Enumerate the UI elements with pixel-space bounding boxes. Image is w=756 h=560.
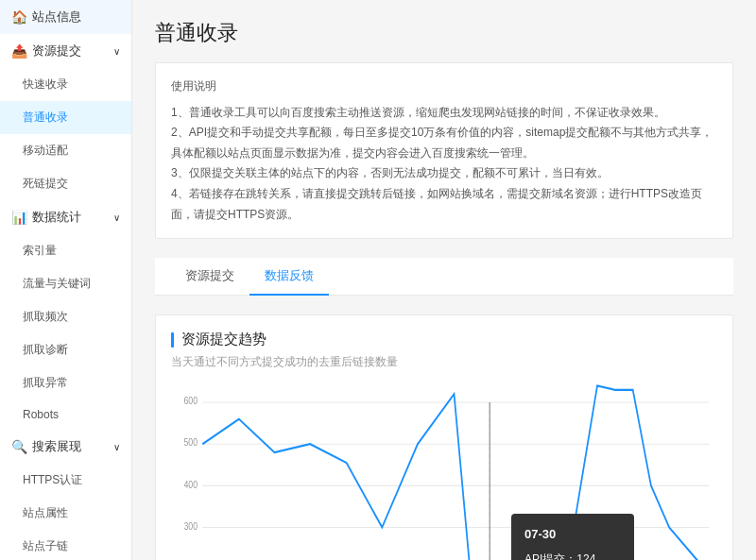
- chart-section: 资源提交趋势 当天通过不同方式提交成功的去重后链接数量 .grid-line {…: [155, 314, 733, 560]
- sidebar-item-crawl-freq[interactable]: 抓取频次: [0, 300, 131, 333]
- sidebar-item-site-subchain-label: 站点子链: [23, 538, 68, 554]
- line-chart: .grid-line { stroke: #e8e8e8; stroke-wid…: [171, 382, 717, 560]
- sidebar-item-site-attr-label: 站点属性: [23, 505, 68, 521]
- sidebar-group-search-display-label: 搜索展现: [32, 438, 81, 455]
- main-content-area: 普通收录 使用说明 1、普通收录工具可以向百度搜索主动推送资源，缩短爬虫发现网站…: [132, 0, 756, 560]
- main-scroll-area: 普通收录 使用说明 1、普通收录工具可以向百度搜索主动推送资源，缩短爬虫发现网站…: [132, 0, 756, 560]
- resource-icon: 📤: [11, 43, 26, 59]
- sidebar-group-resource[interactable]: 📤 资源提交 ∨: [0, 34, 131, 68]
- tab-resource-submit[interactable]: 资源提交: [170, 258, 249, 296]
- sidebar-item-crawl-anomaly[interactable]: 抓取异常: [0, 366, 131, 399]
- sidebar-item-mobile-adapt-label: 移动适配: [23, 143, 68, 159]
- sidebar-group-search-display[interactable]: 🔍 搜索展现 ∨: [0, 430, 131, 464]
- svg-text:300: 300: [183, 520, 198, 532]
- svg-text:600: 600: [183, 395, 198, 406]
- sidebar-item-crawl-diag[interactable]: 抓取诊断: [0, 333, 131, 366]
- sidebar-item-quick-submit-label: 快速收录: [23, 76, 68, 93]
- sidebar-item-crawl-freq-label: 抓取频次: [23, 309, 68, 325]
- chart-title: 资源提交趋势: [171, 331, 717, 348]
- sidebar-item-quick-submit[interactable]: 快速收录: [0, 68, 131, 101]
- stats-icon: 📊: [11, 210, 26, 225]
- usage-note-2: 2、API提交和手动提交共享配额，每日至多提交10万条有价值的内容，sitema…: [171, 123, 717, 163]
- sidebar-item-site-info[interactable]: 🏠 站点信息: [0, 0, 131, 34]
- svg-text:400: 400: [183, 479, 198, 490]
- chevron-down-icon-3: ∨: [113, 442, 120, 452]
- svg-text:500: 500: [183, 437, 198, 449]
- sidebar-item-mobile-adapt[interactable]: 移动适配: [0, 134, 131, 167]
- chart-subtitle: 当天通过不同方式提交成功的去重后链接数量: [171, 354, 717, 370]
- usage-note-3: 3、仅限提交关联主体的站点下的内容，否则无法成功提交，配额不可累计，当日有效。: [171, 163, 717, 184]
- sidebar-item-normal-submit[interactable]: 普通收录: [0, 101, 131, 134]
- sidebar-item-site-attr[interactable]: 站点属性: [0, 497, 131, 530]
- sidebar: 🏠 站点信息 📤 资源提交 ∨ 快速收录 普通收录 移动适配 死链提交 📊 数据…: [0, 0, 132, 560]
- chevron-down-icon-2: ∨: [113, 212, 120, 223]
- sidebar-item-normal-submit-label: 普通收录: [23, 110, 68, 126]
- usage-note-4: 4、若链接存在跳转关系，请直接提交跳转后链接，如网站换域名，需提交新域名资源；进…: [171, 184, 717, 225]
- page-title: 普通收录: [155, 19, 733, 47]
- tab-data-feedback[interactable]: 数据反馈: [249, 258, 329, 296]
- sidebar-item-index-label: 索引量: [23, 243, 57, 259]
- sidebar-item-site-info-label: 站点信息: [32, 8, 81, 25]
- sidebar-item-dead-link-label: 死链提交: [23, 176, 68, 192]
- usage-note-1: 1、普通收录工具可以向百度搜索主动推送资源，缩短爬虫发现网站链接的时间，不保证收…: [171, 103, 717, 124]
- sidebar-item-dead-link[interactable]: 死链提交: [0, 167, 131, 200]
- sidebar-item-traffic-label: 流量与关键词: [23, 276, 91, 292]
- sidebar-item-crawl-diag-label: 抓取诊断: [23, 342, 68, 358]
- chart-container: .grid-line { stroke: #e8e8e8; stroke-wid…: [171, 382, 717, 560]
- sidebar-item-robots-label: Robots: [23, 408, 59, 421]
- usage-note-title: 使用说明: [171, 76, 717, 97]
- chevron-down-icon: ∨: [113, 46, 120, 57]
- sidebar-item-https-cert-label: HTTPS认证: [23, 472, 82, 488]
- sidebar-item-https-cert[interactable]: HTTPS认证: [0, 464, 131, 497]
- search-display-icon: 🔍: [11, 439, 26, 454]
- sidebar-item-robots[interactable]: Robots: [0, 399, 131, 430]
- sidebar-item-site-subchain[interactable]: 站点子链: [0, 530, 131, 560]
- sidebar-group-resource-label: 资源提交: [32, 42, 81, 59]
- site-info-icon: 🏠: [11, 9, 26, 25]
- sidebar-item-crawl-anomaly-label: 抓取异常: [23, 375, 68, 391]
- sidebar-item-index-volume[interactable]: 索引量: [0, 234, 131, 267]
- usage-note-box: 使用说明 1、普通收录工具可以向百度搜索主动推送资源，缩短爬虫发现网站链接的时间…: [155, 62, 733, 239]
- sidebar-item-traffic[interactable]: 流量与关键词: [0, 267, 131, 300]
- sidebar-group-stats-label: 数据统计: [32, 209, 81, 226]
- sidebar-group-stats[interactable]: 📊 数据统计 ∨: [0, 200, 131, 234]
- tab-bar: 资源提交 数据反馈: [155, 258, 733, 296]
